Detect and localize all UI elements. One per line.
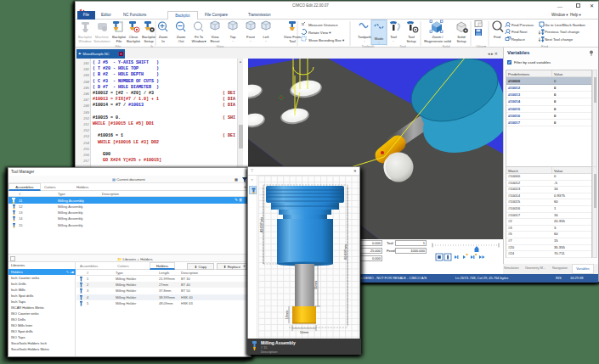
svg-text:Replace: Replace — [511, 37, 525, 42]
svg-text:Show Bounding Box ▾: Show Bounding Box ▾ — [308, 38, 345, 42]
svg-text:Regenerate solid: Regenerate solid — [424, 39, 451, 43]
svg-text:Go to Line/Block Number: Go to Line/Block Number — [545, 23, 586, 27]
svg-text:10mm: 10mm — [285, 311, 289, 320]
svg-text:In: In — [161, 39, 165, 43]
svg-text:49.897mm: 49.897mm — [260, 217, 263, 232]
svg-text:Reset: Reset — [211, 39, 221, 43]
svg-text:35mm: 35mm — [314, 281, 318, 290]
svg-text:Find: Find — [494, 35, 501, 39]
svg-text:Rotate View ▾: Rotate View ▾ — [308, 31, 331, 35]
svg-text:80.897mm: 80.897mm — [344, 244, 348, 260]
svg-text:Tool: Tool — [289, 39, 296, 43]
svg-text:Window: Window — [79, 39, 93, 43]
svg-text:Setup: Setup — [407, 39, 417, 43]
svg-text:Next Tool change: Next Tool change — [545, 37, 574, 42]
svg-text:Setup: Setup — [144, 39, 155, 43]
svg-text:Window▾: Window▾ — [192, 39, 207, 43]
svg-text:Setup: Setup — [457, 39, 467, 43]
svg-text:Measure Distance: Measure Distance — [308, 23, 338, 27]
svg-text:Previous Tool change: Previous Tool change — [545, 30, 580, 34]
svg-text:10mm: 10mm — [300, 331, 309, 334]
svg-text:Find Next: Find Next — [511, 30, 528, 34]
svg-text:Simulation: Simulation — [93, 39, 110, 43]
svg-text:Backplot: Backplot — [127, 39, 141, 43]
svg-text:File: File — [116, 39, 122, 43]
svg-text:Find Previous: Find Previous — [511, 23, 534, 27]
svg-text:Out: Out — [178, 39, 185, 43]
